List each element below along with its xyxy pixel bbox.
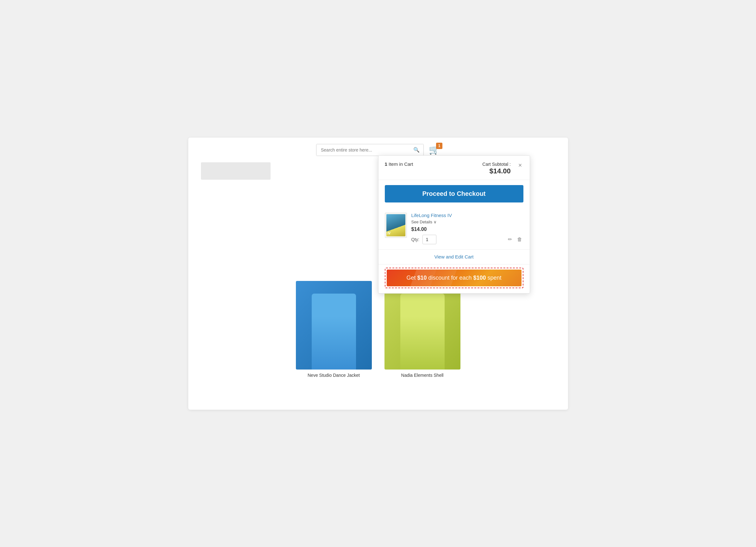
product-card-2[interactable]: Nadia Elements Shell [384,281,460,378]
search-icon-button[interactable]: 🔍 [409,144,423,155]
search-icon: 🔍 [413,147,420,152]
cart-footer: View and Edit Cart [378,250,530,264]
product-figure-blue [312,294,356,370]
promo-banner[interactable]: Get $10 discount for each $100 spent [387,270,522,286]
promo-text: Get $10 discount for each $100 spent [406,275,501,281]
cart-count-label: Item in Cart [389,161,413,167]
see-details-button[interactable]: See Details ∨ [411,220,437,224]
dvd-cover [386,214,405,236]
cart-item-price: $14.00 [411,227,523,232]
promo-text-part1: Get [406,275,417,281]
cart-dropdown: 1 Item in Cart Cart Subtotal : $14.00 × … [378,155,530,294]
edit-item-button[interactable]: ✏ [507,235,513,244]
placeholder-box [201,162,271,180]
checkout-button[interactable]: Proceed to Checkout [385,185,523,202]
cart-item-name[interactable]: LifeLong Fitness IV [411,213,452,218]
delete-item-button[interactable]: 🗑 [516,235,523,244]
cart-item-qty-row: Qty: ✏ 🗑 [411,235,523,244]
view-edit-cart-button[interactable]: View and Edit Cart [434,254,474,259]
cart-subtotal-info: Cart Subtotal : $14.00 [482,161,511,175]
cart-header: 1 Item in Cart Cart Subtotal : $14.00 × [378,156,530,180]
product-name-nadia: Nadia Elements Shell [384,373,460,378]
cart-icon-wrapper[interactable]: 🛒 1 [429,145,440,155]
cart-subtotal-label: Cart Subtotal : [482,162,511,167]
promo-dashed-border: Get $10 discount for each $100 spent [385,268,523,288]
promo-text-part3: spent [486,275,502,281]
product-name-neve: Neve Studio Dance Jacket [296,373,372,378]
cart-item-count: 1 Item in Cart [385,161,413,167]
product-grid: Neve Studio Dance Jacket Nadia Elements … [201,281,555,378]
promo-bold1: $10 [417,275,427,281]
qty-label: Qty: [411,237,420,242]
cart-subtotal-amount: $14.00 [482,167,511,175]
cart-badge: 1 [436,143,442,149]
item-actions: ✏ 🗑 [507,235,523,244]
trash-icon: 🗑 [517,237,522,242]
product-image-nadia [384,281,460,370]
product-image-neve [296,281,372,370]
see-details-label: See Details [411,220,432,224]
pencil-icon: ✏ [508,237,512,242]
cart-count-number: 1 [385,161,387,167]
cart-item-thumbnail [385,213,407,238]
cart-item-details: LifeLong Fitness IV See Details ∨ $14.00… [411,213,523,244]
qty-input[interactable] [422,235,436,244]
search-wrapper: 🔍 [316,144,424,156]
promo-bold2: $100 [473,275,486,281]
product-figure-yellow [400,294,445,370]
page-wrapper: 🔍 🛒 1 Neve Studio Dance Jacket Nadia Ele… [188,138,568,410]
cart-item: LifeLong Fitness IV See Details ∨ $14.00… [378,208,530,250]
cart-subtotal-section: Cart Subtotal : $14.00 × [482,161,523,175]
promo-text-part2: discount for each [427,275,473,281]
search-input[interactable] [316,144,409,156]
close-button[interactable]: × [517,161,523,169]
chevron-down-icon: ∨ [434,220,437,224]
product-card-1[interactable]: Neve Studio Dance Jacket [296,281,372,378]
promo-section: Get $10 discount for each $100 spent [378,264,530,293]
